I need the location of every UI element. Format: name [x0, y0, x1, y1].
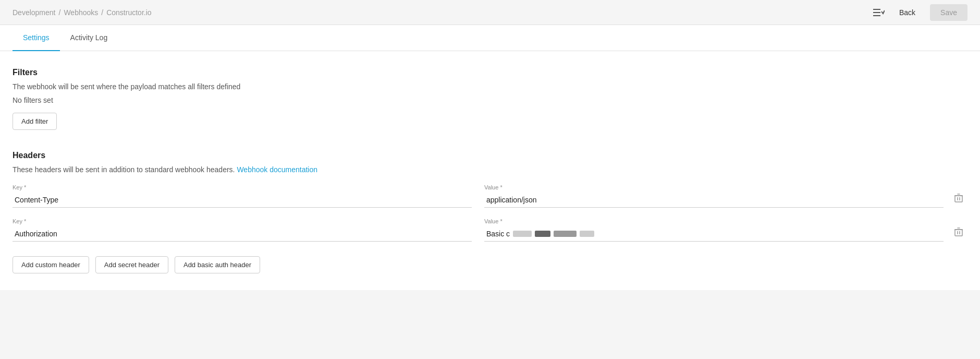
filters-title: Filters — [13, 68, 967, 77]
tab-activity-log[interactable]: Activity Log — [60, 25, 118, 51]
delete-header-1-button[interactable] — [950, 190, 967, 208]
mask-block-3 — [554, 231, 577, 237]
header-1-value-label: Value * — [484, 184, 944, 190]
add-filter-button[interactable]: Add filter — [13, 113, 57, 130]
add-secret-header-button[interactable]: Add secret header — [95, 256, 168, 273]
header-1-value-input[interactable] — [484, 193, 944, 208]
delete-header-2-button[interactable] — [950, 224, 967, 242]
header-2-value-field: Value * Basic c — [484, 218, 944, 242]
webhook-doc-link[interactable]: Webhook documentation — [237, 165, 317, 174]
svg-rect-8 — [955, 230, 962, 236]
header-row-1: Key * Value * — [13, 184, 967, 208]
add-basic-auth-header-button[interactable]: Add basic auth header — [175, 256, 260, 273]
header-1-key-input[interactable] — [13, 193, 472, 208]
main-content: Filters The webhook will be sent where t… — [0, 51, 980, 290]
header-2-key-input[interactable] — [13, 226, 472, 242]
breadcrumb-part1: Development — [13, 8, 56, 17]
breadcrumb-sep1: / — [59, 8, 61, 17]
checklist-icon[interactable] — [873, 8, 885, 17]
back-button[interactable]: Back — [893, 5, 922, 20]
trash-icon-2 — [954, 228, 963, 237]
mask-block-4 — [580, 231, 594, 237]
breadcrumb: Development / Webhooks / Constructor.io — [13, 8, 152, 17]
add-custom-header-button[interactable]: Add custom header — [13, 256, 89, 273]
svg-rect-3 — [955, 196, 962, 202]
headers-section: Headers These headers will be sent in ad… — [13, 151, 967, 273]
breadcrumb-sep2: / — [101, 8, 103, 17]
add-header-row: Add custom header Add secret header Add … — [13, 256, 967, 273]
header-row-2: Key * Value * Basic c — [13, 218, 967, 242]
mask-block-2 — [535, 231, 550, 237]
header-2-value-text: Basic c — [486, 230, 510, 238]
headers-title: Headers — [13, 151, 967, 160]
no-filters-text: No filters set — [13, 96, 967, 104]
topbar: Development / Webhooks / Constructor.io … — [0, 0, 980, 25]
header-1-key-label: Key * — [13, 184, 472, 190]
header-2-key-label: Key * — [13, 218, 472, 224]
header-2-value-label: Value * — [484, 218, 944, 224]
trash-icon — [954, 194, 963, 203]
header-2-value-masked: Basic c — [484, 226, 944, 242]
header-1-value-field: Value * — [484, 184, 944, 208]
headers-description: These headers will be sent in addition t… — [13, 165, 967, 174]
breadcrumb-part3: Constructor.io — [106, 8, 151, 17]
tabs-bar: Settings Activity Log — [0, 25, 980, 51]
breadcrumb-part2: Webhooks — [64, 8, 98, 17]
save-button[interactable]: Save — [930, 4, 967, 21]
filters-description: The webhook will be sent where the paylo… — [13, 82, 967, 91]
header-1-key-field: Key * — [13, 184, 472, 208]
filters-section: Filters The webhook will be sent where t… — [13, 68, 967, 130]
topbar-right: Back Save — [873, 4, 967, 21]
tab-settings[interactable]: Settings — [13, 25, 60, 51]
mask-block-1 — [513, 231, 532, 237]
header-2-key-field: Key * — [13, 218, 472, 242]
